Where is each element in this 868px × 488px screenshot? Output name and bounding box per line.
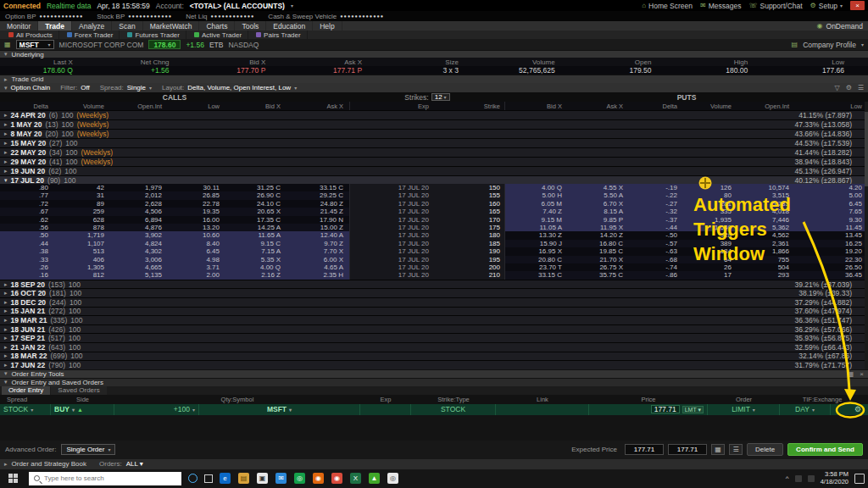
order-price[interactable]: 177.71 LMT ▾ — [589, 404, 708, 415]
product-tab[interactable]: Forex Trader — [61, 30, 120, 39]
expiration-row[interactable]: ▸ 15 JAN 21 (272) 100 37.60% (±47.974) — [0, 307, 868, 316]
support-chat-button[interactable]: ☏Support/Chat — [748, 2, 802, 10]
order-strategy-book-bar[interactable]: ▸ Order and Strategy Book Orders: ALL ▾ — [0, 459, 868, 469]
expiration-row[interactable]: ▸ 19 JUN 20 (62) 100 45.13% (±26.947) — [0, 166, 868, 175]
order-quantity-stepper[interactable]: +100▾ — [114, 404, 199, 415]
expiration-row[interactable]: ▸ 16 OCT 20 (181) 100 38.19% (±39.33) — [0, 288, 868, 297]
put-ask-cell[interactable]: 5.50 A — [568, 191, 629, 199]
spread-value[interactable]: Single — [127, 84, 146, 92]
expiration-row[interactable]: ▸ 8 MAY 20 (20) 100 (Weeklys) 43.66% (±1… — [0, 129, 868, 138]
call-ask-cell[interactable]: 15.00 Z — [287, 224, 349, 231]
put-bid-cell[interactable]: 15.90 J — [505, 240, 568, 247]
taskbar-search[interactable] — [29, 472, 181, 485]
automated-triggers-gear-icon[interactable]: ⚙ — [854, 405, 861, 413]
expiration-row[interactable]: ▸ 29 MAY 20 (41) 100 (Weeklys) 38.94% (±… — [0, 157, 868, 166]
mail-icon[interactable]: ✉ — [275, 473, 287, 484]
advanced-order-dropdown[interactable]: Single Order▾ — [61, 444, 115, 455]
call-bid-cell[interactable]: 7.15 A — [225, 247, 287, 255]
call-bid-cell[interactable]: 17.35 C — [225, 216, 287, 224]
call-bid-cell[interactable]: 20.65 X — [225, 208, 287, 215]
put-ask-cell[interactable]: 21.70 X — [568, 256, 629, 263]
chain-scrollbar[interactable] — [865, 102, 868, 369]
layout-value[interactable]: Delta, Volume, Open Interest, Low — [187, 84, 291, 92]
call-ask-cell[interactable]: 24.80 Z — [287, 200, 349, 208]
messages-button[interactable]: ✉Messages — [700, 2, 741, 10]
put-ask-cell[interactable]: 6.70 X — [568, 200, 629, 208]
home-screen-button[interactable]: ⌂Home Screen — [642, 2, 693, 10]
order-type[interactable]: LIMIT▾ — [708, 404, 780, 415]
call-ask-cell[interactable]: 29.25 C — [287, 191, 349, 199]
price-field[interactable]: 177.71 — [651, 405, 680, 413]
product-tab[interactable]: Pairs Trader — [250, 30, 308, 39]
put-ask-cell[interactable]: 14.20 Z — [568, 231, 629, 239]
company-profile-button[interactable]: Company Profile — [803, 41, 856, 49]
edge-icon[interactable]: e — [220, 473, 231, 484]
call-ask-cell[interactable]: 6.00 X — [287, 256, 349, 263]
call-ask-cell[interactable]: 12.40 A — [287, 231, 349, 239]
call-ask-cell[interactable]: 2.35 H — [287, 271, 349, 279]
put-bid-cell[interactable]: 5.00 H — [505, 191, 568, 199]
search-input[interactable] — [44, 474, 163, 482]
close-icon[interactable]: × — [860, 370, 864, 378]
order-symbol[interactable]: MSFT▾ — [199, 404, 360, 415]
menu-tab[interactable]: Trade — [38, 21, 72, 30]
put-ask-cell[interactable]: 35.75 C — [568, 271, 629, 279]
put-bid-cell[interactable]: 33.15 C — [505, 271, 568, 279]
put-bid-cell[interactable]: 23.70 T — [505, 263, 568, 271]
call-bid-cell[interactable]: 31.25 C — [225, 184, 287, 191]
column-header[interactable]: Bid X — [505, 103, 568, 110]
td-ameritrade-icon[interactable]: ▲ — [369, 473, 380, 484]
put-bid-cell[interactable]: 4.00 Q — [505, 184, 568, 191]
call-ask-cell[interactable]: 33.15 C — [287, 184, 349, 191]
firefox-icon[interactable]: ◉ — [313, 473, 324, 484]
call-ask-cell[interactable]: 9.70 Z — [287, 240, 349, 247]
put-bid-cell[interactable]: 11.05 A — [505, 224, 568, 231]
cortana-icon[interactable] — [188, 474, 198, 483]
order-entry-tab[interactable]: Order Entry — [2, 386, 50, 395]
copy-order-button[interactable]: ▦ — [711, 444, 725, 455]
expiration-row[interactable]: ▸ 18 JUN 21 (426) 100 36.29% (±57.066) — [0, 324, 868, 334]
expiration-row[interactable]: ▸ 18 SEP 20 (153) 100 39.21% (±37.039) — [0, 280, 868, 289]
put-bid-cell[interactable]: 16.95 X — [505, 247, 568, 255]
settings-icon[interactable]: ⚙ — [846, 84, 852, 92]
setup-button[interactable]: ⚙Setup▾ — [810, 2, 843, 10]
put-ask-cell[interactable]: 19.85 C — [568, 247, 629, 255]
put-ask-cell[interactable]: 9.85 P — [568, 216, 629, 224]
column-header[interactable]: Strike — [435, 103, 506, 110]
duplicate-order-button[interactable]: ☰ — [729, 444, 743, 455]
account-selector[interactable]: <TOTAL> (ALL ACCOUNTS) — [190, 2, 285, 10]
symbol-input[interactable]: ▾ — [16, 40, 54, 49]
filter-value[interactable]: Off — [81, 84, 90, 92]
expiration-row[interactable]: ▸ 22 MAY 20 (34) 100 (Weeklys) 41.44% (±… — [0, 147, 868, 157]
maps-icon[interactable]: ◎ — [387, 473, 398, 484]
put-ask-cell[interactable]: 26.75 X — [568, 263, 629, 271]
menu-icon[interactable]: ☰ — [858, 84, 864, 92]
thinkorswim-icon[interactable]: ◎ — [294, 473, 305, 484]
expiration-row[interactable]: ▸ 17 SEP 21 (517) 100 35.93% (±56.875) — [0, 333, 868, 342]
trade-grid-section-bar[interactable]: ▸ Trade Grid — [0, 75, 868, 83]
grid-icon[interactable]: ▦ — [848, 370, 854, 378]
order-entry-tab[interactable]: Saved Orders — [51, 386, 106, 395]
put-ask-cell[interactable]: 11.95 X — [568, 224, 629, 231]
delete-button[interactable]: Delete — [747, 443, 783, 456]
column-header[interactable]: Open.Int — [110, 103, 168, 110]
expected-price-value-1[interactable]: 177.71 — [625, 444, 664, 455]
put-bid-cell[interactable]: 9.15 M — [505, 216, 568, 224]
file-explorer-icon[interactable]: ▤ — [238, 473, 249, 484]
order-spread[interactable]: STOCK▾ — [0, 404, 51, 415]
expiration-row[interactable]: ▸ 24 APR 20 (6) 100 (Weeklys) 41.15% (±7… — [0, 110, 868, 119]
put-bid-cell[interactable]: 7.40 Z — [505, 208, 568, 215]
menu-tab[interactable]: MarketWatch — [143, 21, 200, 30]
call-bid-cell[interactable]: 4.00 Q — [225, 263, 287, 271]
underlying-section-bar[interactable]: ▾ Underlying — [0, 50, 868, 58]
call-ask-cell[interactable]: 4.65 A — [287, 263, 349, 271]
start-button[interactable] — [3, 469, 22, 488]
expiration-row[interactable]: ▸ 19 MAR 21 (335) 100 36.36% (±51.747) — [0, 315, 868, 324]
scrollbar-thumb[interactable] — [865, 112, 868, 186]
column-header[interactable]: Volume — [683, 103, 737, 110]
confirm-and-send-button[interactable]: Confirm and Send — [787, 443, 863, 456]
expiration-row[interactable]: ▸ 18 DEC 20 (244) 100 37.29% (±44.882) — [0, 297, 868, 307]
order-side[interactable]: BUY▾▲ — [51, 404, 114, 415]
menu-tab[interactable]: Tools — [235, 21, 266, 30]
ticker-field[interactable] — [19, 41, 47, 49]
